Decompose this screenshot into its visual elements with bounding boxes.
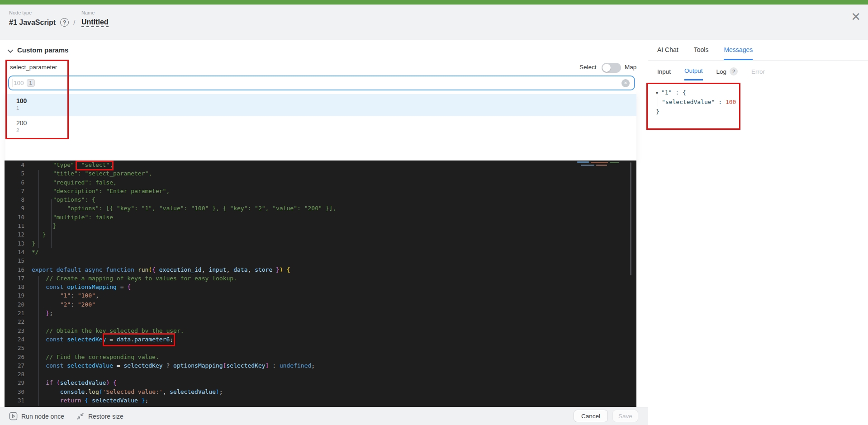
code-line-29[interactable]: 29 if (selectedValue) { bbox=[5, 378, 636, 387]
code-line-16[interactable]: 16export default async function run({ ex… bbox=[5, 265, 636, 274]
select-map-toggle[interactable] bbox=[602, 63, 621, 73]
log-count-badge: 2 bbox=[730, 67, 738, 76]
code-content: // Create a mapping of keys to values fo… bbox=[32, 274, 237, 283]
code-content: if (selectedValue) { bbox=[32, 378, 117, 387]
subtab-error[interactable]: Error bbox=[751, 67, 765, 80]
param-field-label: select_parameter bbox=[10, 64, 57, 71]
footer-bar: Run node once Restore size bbox=[0, 407, 648, 425]
collapse-arrow-icon[interactable]: ▼ bbox=[655, 89, 661, 98]
dropdown-option-100[interactable]: 1001 bbox=[5, 94, 636, 116]
code-content: } bbox=[32, 222, 57, 230]
option-value: 100 bbox=[16, 97, 636, 105]
code-content: } bbox=[32, 230, 46, 239]
line-number: 31 bbox=[5, 396, 24, 405]
select-parameter-input[interactable]: 100 1 ✕ bbox=[8, 76, 635, 90]
code-line-15[interactable]: 15 bbox=[5, 256, 636, 265]
code-content: const selectedValue = selectedKey ? opti… bbox=[32, 361, 315, 370]
code-content: } bbox=[32, 239, 35, 248]
line-number: 22 bbox=[5, 317, 24, 326]
code-content: "title": "select_parameter", bbox=[32, 169, 152, 178]
code-content: console.log('Selected value:', selectedV… bbox=[32, 387, 223, 396]
section-title-custom-params[interactable]: Custom params bbox=[17, 46, 68, 54]
json-object-open[interactable]: ▼"1" : { bbox=[655, 88, 736, 97]
option-key: 2 bbox=[16, 127, 636, 134]
code-content: "required": false, bbox=[32, 178, 117, 187]
dropdown-option-200[interactable]: 2002 bbox=[5, 116, 636, 138]
code-line-20[interactable]: 20 "2": "200" bbox=[5, 300, 636, 309]
tab-messages[interactable]: Messages bbox=[724, 46, 753, 60]
code-content: export default async function run({ exec… bbox=[32, 265, 290, 274]
code-content: "options": { bbox=[32, 195, 95, 204]
code-content: // Obtain the key selected by the user. bbox=[32, 326, 184, 335]
code-line-19[interactable]: 19 "1": "100", bbox=[5, 291, 636, 300]
code-line-24[interactable]: 24 const selectedKey = data.parameter6; bbox=[5, 335, 636, 344]
top-accent-bar bbox=[0, 0, 868, 5]
line-number: 19 bbox=[5, 291, 24, 300]
panel-tabs: AI ChatToolsMessages bbox=[648, 40, 868, 61]
code-line-17[interactable]: 17 // Create a mapping of keys to values… bbox=[5, 274, 636, 283]
line-number: 15 bbox=[5, 256, 24, 265]
line-number: 4 bbox=[5, 161, 24, 169]
help-icon[interactable]: ? bbox=[60, 18, 69, 27]
code-content: return { selectedValue }; bbox=[32, 396, 148, 405]
line-number: 9 bbox=[5, 204, 24, 212]
line-number: 14 bbox=[5, 248, 24, 256]
code-line-28[interactable]: 28 bbox=[5, 370, 636, 378]
code-content: "multiple": false bbox=[32, 213, 113, 222]
code-content: "type": "select", bbox=[32, 161, 113, 169]
code-line-25[interactable]: 25 bbox=[5, 344, 636, 352]
code-content: "2": "200" bbox=[32, 300, 95, 309]
restore-size-button[interactable]: Restore size bbox=[76, 412, 123, 420]
code-line-9[interactable]: 9 "options": [{ "key": "1", "value": "10… bbox=[5, 204, 636, 212]
line-number: 21 bbox=[5, 309, 24, 317]
code-line-27[interactable]: 27 const selectedValue = selectedKey ? o… bbox=[5, 361, 636, 370]
code-line-12[interactable]: 12 } bbox=[5, 230, 636, 239]
code-content: const selectedKey = data.parameter6; bbox=[32, 335, 173, 344]
code-line-11[interactable]: 11 } bbox=[5, 222, 636, 230]
subtab-log[interactable]: Log2 bbox=[716, 67, 738, 80]
save-button[interactable]: Save bbox=[612, 410, 638, 422]
code-line-30[interactable]: 30 console.log('Selected value:', select… bbox=[5, 387, 636, 396]
code-line-26[interactable]: 26 // Find the corresponding value. bbox=[5, 353, 636, 361]
line-number: 8 bbox=[5, 195, 24, 204]
subtab-output[interactable]: Output bbox=[684, 67, 703, 80]
line-number: 28 bbox=[5, 370, 24, 378]
line-number: 12 bbox=[5, 230, 24, 239]
play-icon bbox=[9, 412, 18, 420]
code-line-8[interactable]: 8 "options": { bbox=[5, 195, 636, 204]
chevron-down-icon[interactable] bbox=[6, 47, 14, 55]
json-number-value: 100 bbox=[726, 99, 736, 105]
code-line-14[interactable]: 14*/ bbox=[5, 248, 636, 256]
code-content: "description": "Enter parameter", bbox=[32, 187, 170, 195]
line-number: 11 bbox=[5, 222, 24, 230]
panel-subtabs: InputOutputLog2Error bbox=[648, 61, 868, 80]
code-line-23[interactable]: 23 // Obtain the key selected by the use… bbox=[5, 326, 636, 335]
breadcrumb-separator: / bbox=[73, 19, 75, 26]
code-line-5[interactable]: 5 "title": "select_parameter", bbox=[5, 169, 636, 178]
code-line-31[interactable]: 31 return { selectedValue }; bbox=[5, 396, 636, 405]
code-content: }; bbox=[32, 309, 53, 317]
tab-tools[interactable]: Tools bbox=[694, 46, 709, 60]
code-line-18[interactable]: 18 const optionsMapping = { bbox=[5, 283, 636, 291]
code-line-6[interactable]: 6 "required": false, bbox=[5, 178, 636, 187]
toggle-label-map: Map bbox=[625, 64, 636, 71]
code-line-10[interactable]: 10 "multiple": false bbox=[5, 213, 636, 222]
node-name-field[interactable]: Untitled bbox=[81, 18, 109, 27]
tab-ai-chat[interactable]: AI Chat bbox=[657, 46, 678, 60]
code-content: // Find the corresponding value. bbox=[32, 353, 159, 361]
run-node-once-button[interactable]: Run node once bbox=[9, 412, 64, 420]
code-editor[interactable]: 4 "type": "select",5 "title": "select_pa… bbox=[5, 161, 636, 407]
node-editor-modal: Node type #1 JavaScript ? / Name Untitle… bbox=[0, 0, 868, 425]
close-icon[interactable]: ✕ bbox=[851, 11, 861, 23]
cancel-button[interactable]: Cancel bbox=[574, 410, 608, 422]
run-node-once-label: Run node once bbox=[21, 413, 64, 420]
clear-input-icon[interactable]: ✕ bbox=[621, 79, 630, 87]
line-number: 17 bbox=[5, 274, 24, 283]
line-number: 6 bbox=[5, 178, 24, 187]
code-line-22[interactable]: 22 bbox=[5, 317, 636, 326]
subtab-input[interactable]: Input bbox=[657, 67, 671, 80]
code-line-13[interactable]: 13} bbox=[5, 239, 636, 248]
code-line-21[interactable]: 21 }; bbox=[5, 309, 636, 317]
code-line-7[interactable]: 7 "description": "Enter parameter", bbox=[5, 187, 636, 195]
code-line-4[interactable]: 4 "type": "select", bbox=[5, 161, 636, 169]
